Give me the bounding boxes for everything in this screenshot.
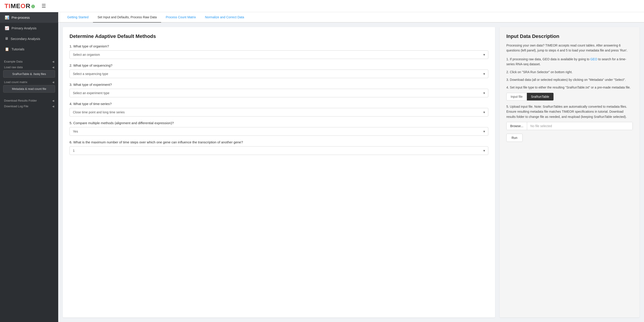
app-header: TIMEOR⊕ ☰	[0, 0, 644, 12]
preprocess-icon: 📊	[5, 15, 9, 20]
download-log-arrow: ◀	[52, 105, 54, 108]
load-raw-data-arrow: ◀	[52, 66, 54, 69]
hamburger-menu[interactable]: ☰	[40, 2, 48, 10]
question-1-select-wrapper: Select an organism Human Mouse Drosophil…	[70, 50, 488, 59]
app-logo: TIMEOR⊕	[4, 3, 35, 10]
sra-button[interactable]: SraRunTable & .fastq files	[3, 70, 55, 78]
download-results-label[interactable]: Download Results Folder ◀	[0, 97, 58, 103]
tutorials-icon: 📋	[5, 47, 9, 51]
organism-select[interactable]: Select an organism Human Mouse Drosophil…	[70, 50, 488, 59]
max-timesteps-select[interactable]: 1 2 3 4 5	[70, 146, 488, 155]
example-data-arrow: ◀	[52, 60, 54, 63]
step-5-text: 5. Upload input file. Note: SraRunTables…	[506, 104, 633, 119]
sidebar-item-primary-analysis[interactable]: 📈 Primary Analysis	[0, 23, 58, 34]
step-3-text: 3. Download data (all or selected replic…	[506, 77, 633, 82]
sidebar-item-label: Secondary Analysis	[10, 37, 40, 41]
sidebar-item-tutorials[interactable]: 📋 Tutorials	[0, 44, 58, 55]
sidebar-item-label: Primary Analysis	[12, 26, 36, 30]
right-panel: Input Data Description Processing your o…	[500, 27, 640, 317]
compare-methods-select[interactable]: Yes No	[70, 127, 488, 136]
metadata-button[interactable]: Metadata & read count file	[3, 85, 55, 93]
question-4-select-wrapper: Close time point and long time series Sh…	[70, 108, 488, 117]
download-results-arrow: ◀	[52, 99, 54, 102]
question-4-label: 4. What type of time-series?	[70, 102, 488, 106]
question-3-select-wrapper: Select an experiment type RNA-seq ATAC-s…	[70, 89, 488, 97]
right-panel-description: Processing your own data? TIMEOR accepts…	[506, 43, 633, 53]
question-2-label: 2. What type of sequencing?	[70, 64, 488, 67]
question-2-select-wrapper: Select a sequencing type Paired-end Sing…	[70, 70, 488, 78]
tabs-bar: Getting Started Set Input and Defaults, …	[58, 12, 644, 23]
content-area: Getting Started Set Input and Defaults, …	[58, 12, 644, 322]
tab-getting-started[interactable]: Getting Started	[63, 12, 93, 23]
load-raw-data-label[interactable]: Load raw data ◀	[0, 64, 58, 69]
geo-link[interactable]: GEO	[590, 57, 597, 61]
example-data-label[interactable]: Example Data ◀	[0, 58, 58, 64]
tab-normalize[interactable]: Normalize and Correct Data	[200, 12, 249, 23]
sequencing-type-select[interactable]: Select a sequencing type Paired-end Sing…	[70, 70, 488, 78]
input-file-button[interactable]: Input file	[506, 93, 527, 101]
question-5-label: 5. Compare multiple methods (alignment a…	[70, 121, 488, 125]
load-count-matrix-arrow: ◀	[52, 81, 54, 84]
question-6-label: 6. What is the maximum number of time st…	[70, 140, 488, 144]
question-1-label: 1. What type of organism?	[70, 44, 488, 48]
download-log-label[interactable]: Download Log File ◀	[0, 103, 58, 108]
sra-run-table-button[interactable]: SraRunTable	[527, 93, 554, 101]
browse-button[interactable]: Browse...	[506, 122, 527, 130]
sidebar-item-preprocess[interactable]: 📊 Pre-process	[0, 12, 58, 23]
experiment-type-select[interactable]: Select an experiment type RNA-seq ATAC-s…	[70, 89, 488, 97]
sidebar: 📊 Pre-process 📈 Primary Analysis 🖥 Secon…	[0, 12, 58, 322]
file-type-buttons: Input file SraRunTable	[506, 93, 633, 101]
question-6-select-wrapper: 1 2 3 4 5 ▼	[70, 146, 488, 155]
load-count-matrix-label[interactable]: Load count matrix ◀	[0, 79, 58, 84]
sidebar-item-secondary-analysis[interactable]: 🖥 Secondary Analysis	[0, 34, 58, 44]
question-5-select-wrapper: Yes No ▼	[70, 127, 488, 136]
panels-container: Determine Adaptive Default Methods 1. Wh…	[58, 23, 644, 322]
sidebar-item-label: Tutorials	[12, 47, 24, 51]
logo-icon: ⊕	[31, 4, 35, 9]
time-series-type-select[interactable]: Close time point and long time series Sh…	[70, 108, 488, 117]
secondary-analysis-icon: 🖥	[5, 37, 8, 41]
step-2-text: 2. Click on "SRA Run Selector" on bottom…	[506, 70, 633, 75]
sidebar-item-label: Pre-process	[12, 16, 30, 20]
no-file-label: No file selected	[527, 122, 632, 130]
left-panel: Determine Adaptive Default Methods 1. Wh…	[63, 27, 495, 317]
tab-set-input[interactable]: Set Input and Defaults, Process Raw Data	[93, 12, 161, 23]
question-3-label: 3. What type of experiment?	[70, 83, 488, 87]
run-button[interactable]: Run	[506, 134, 522, 142]
main-layout: 📊 Pre-process 📈 Primary Analysis 🖥 Secon…	[0, 12, 644, 322]
right-panel-title: Input Data Description	[506, 34, 633, 39]
tab-process-count[interactable]: Process Count Matrix	[161, 12, 200, 23]
step-4-text: 4. Set input file type to either the res…	[506, 85, 633, 90]
step-1-text: 1. If processing raw data, GEO data is a…	[506, 57, 633, 67]
left-panel-title: Determine Adaptive Default Methods	[70, 34, 488, 39]
file-upload-row: Browse... No file selected	[506, 122, 633, 130]
primary-analysis-icon: 📈	[5, 26, 9, 30]
